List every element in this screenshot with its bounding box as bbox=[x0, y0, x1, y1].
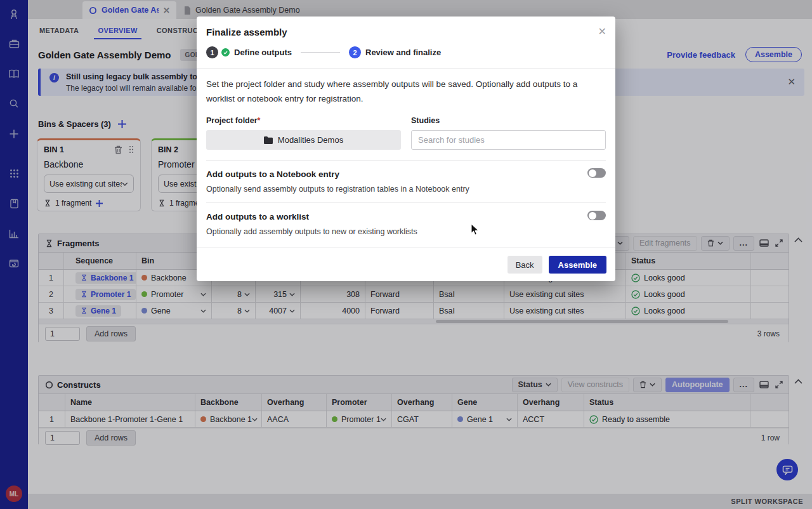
status-badge: Looks good bbox=[631, 290, 685, 299]
bin-cell[interactable]: Gene bbox=[136, 303, 212, 319]
constructs-status-filter[interactable]: Status bbox=[512, 378, 558, 392]
add-fragment-icon[interactable] bbox=[95, 199, 103, 208]
step-1-circle: 1 bbox=[206, 46, 218, 58]
bin-name: BIN 1 bbox=[44, 145, 64, 154]
delete-rows-button[interactable] bbox=[633, 378, 662, 392]
row-number: 1 bbox=[39, 270, 64, 286]
trash-icon bbox=[707, 239, 714, 247]
promoter-cell[interactable]: Promoter 1 bbox=[327, 411, 392, 427]
cut-sites-cell[interactable]: Use existing cut sites bbox=[504, 303, 626, 319]
add-bin-icon[interactable] bbox=[117, 119, 127, 129]
search-icon[interactable] bbox=[0, 94, 28, 113]
view-constructs-button[interactable]: View constructs bbox=[561, 378, 629, 392]
toolbox-icon[interactable] bbox=[0, 34, 28, 53]
tab-golden-gate-assembly[interactable]: Golden Gate Assembly Demo ✕ bbox=[82, 1, 176, 19]
more-options-button[interactable]: ... bbox=[733, 378, 754, 392]
mouse-cursor bbox=[471, 223, 480, 236]
sequence-cell[interactable]: Gene 1 bbox=[64, 303, 136, 319]
studies-search-input[interactable] bbox=[411, 130, 606, 150]
apps-grid-icon[interactable] bbox=[0, 164, 28, 183]
direction-cell[interactable]: Forward bbox=[365, 286, 434, 302]
user-avatar[interactable]: ML bbox=[6, 486, 22, 502]
direction-cell[interactable]: Forward bbox=[365, 303, 434, 319]
more-options-button[interactable]: ... bbox=[733, 236, 754, 251]
check-circle-icon bbox=[631, 290, 640, 299]
step-1-label: Define outputs bbox=[234, 48, 292, 57]
status-badge: Ready to assemble bbox=[589, 415, 670, 424]
help-chat-button[interactable] bbox=[776, 459, 798, 480]
step-2-label: Review and finalize bbox=[365, 48, 441, 57]
trash-icon bbox=[639, 381, 646, 388]
cut-sites-cell[interactable]: Use existing cut sites bbox=[504, 286, 626, 302]
registry-icon[interactable] bbox=[0, 254, 28, 273]
modal-close-icon[interactable]: ✕ bbox=[598, 25, 606, 37]
sequence-chip[interactable]: Backbone 1 bbox=[75, 272, 136, 284]
col-header-name: Name bbox=[65, 394, 195, 411]
provide-feedback-link[interactable]: Provide feedback bbox=[667, 50, 735, 60]
delete-rows-button[interactable] bbox=[701, 236, 730, 251]
sequence-cell[interactable]: Backbone 1 bbox=[64, 270, 136, 286]
empty-cell bbox=[751, 303, 789, 319]
check-circle-icon bbox=[589, 415, 598, 424]
tab-overview[interactable]: OVERVIEW bbox=[96, 20, 138, 41]
backbone-cell[interactable]: Backbone 1 bbox=[195, 411, 262, 427]
status-cell: Looks good bbox=[626, 303, 751, 319]
tab-metadata[interactable]: METADATA bbox=[38, 20, 80, 41]
length-cell: 4000 bbox=[301, 303, 365, 319]
dock-view-icon[interactable] bbox=[758, 379, 769, 390]
notebook-entry-toggle[interactable] bbox=[587, 168, 606, 178]
hourglass-icon bbox=[158, 199, 166, 207]
start-cell[interactable]: 8 bbox=[212, 303, 256, 319]
delete-bin-icon[interactable] bbox=[114, 145, 122, 154]
worklist-section: Add outputs to a worklist Optionally add… bbox=[206, 203, 606, 236]
cut-sites-dropdown[interactable]: Use existing cut sites bbox=[44, 175, 134, 193]
sequence-chip[interactable]: Promoter 1 bbox=[75, 289, 136, 300]
expand-panel-icon[interactable] bbox=[773, 237, 785, 249]
expand-panel-icon[interactable] bbox=[773, 379, 785, 390]
sequence-cell[interactable]: Promoter 1 bbox=[64, 286, 136, 302]
autopopulate-button[interactable]: Autopopulate bbox=[665, 378, 730, 392]
create-plus-icon[interactable] bbox=[0, 124, 28, 143]
collapse-fragments-button[interactable] bbox=[794, 237, 804, 248]
bin-color-dot bbox=[141, 308, 147, 314]
col-header-promoter: Promoter bbox=[327, 394, 392, 411]
chevron-down-icon bbox=[717, 241, 723, 245]
back-button[interactable]: Back bbox=[508, 256, 542, 274]
insights-chart-icon[interactable] bbox=[0, 224, 28, 243]
constructs-table-body: 1Backbone 1-Promoter 1-Gene 1Backbone 1A… bbox=[39, 411, 789, 428]
collapse-constructs-button[interactable] bbox=[794, 379, 804, 389]
horizontal-scrollbar[interactable] bbox=[39, 319, 789, 324]
col-header-status: Status bbox=[584, 394, 750, 411]
assemble-button[interactable]: Assemble bbox=[549, 256, 606, 274]
project-folder-picker[interactable]: Modalities Demos bbox=[206, 130, 401, 150]
edit-fragments-button[interactable]: Edit fragments bbox=[633, 236, 697, 251]
check-circle-icon bbox=[631, 307, 640, 315]
worklist-toggle[interactable] bbox=[587, 211, 606, 220]
name-cell[interactable]: Backbone 1-Promoter 1-Gene 1 bbox=[65, 411, 195, 427]
split-workspace-button[interactable]: SPLIT WORKSPACE bbox=[731, 498, 803, 505]
add-rows-count-input[interactable] bbox=[45, 431, 80, 445]
library-icon[interactable] bbox=[0, 64, 28, 83]
start-cell[interactable]: 8 bbox=[212, 286, 256, 302]
row-number: 3 bbox=[39, 303, 64, 319]
gene-cell[interactable]: Gene 1 bbox=[452, 411, 518, 427]
end-cell[interactable]: 4007 bbox=[256, 303, 301, 319]
drag-handle-icon[interactable] bbox=[129, 145, 134, 154]
close-tab-icon[interactable]: ✕ bbox=[163, 6, 170, 15]
notebook-icon[interactable] bbox=[0, 194, 28, 213]
hourglass-icon bbox=[45, 239, 53, 248]
add-rows-button[interactable]: Add rows bbox=[86, 326, 136, 341]
add-rows-button[interactable]: Add rows bbox=[86, 430, 136, 446]
banner-close-icon[interactable]: ✕ bbox=[787, 76, 796, 88]
sequence-chip[interactable]: Gene 1 bbox=[75, 305, 121, 317]
dock-view-icon[interactable] bbox=[758, 237, 769, 249]
bottom-statusbar: SPLIT WORKSPACE bbox=[28, 494, 812, 509]
chevron-down-icon bbox=[252, 418, 258, 421]
benchling-logo-icon[interactable] bbox=[0, 5, 28, 24]
assemble-button-top[interactable]: Assemble bbox=[745, 47, 802, 62]
col-header-overhang: Overhang bbox=[392, 394, 452, 411]
end-cell[interactable]: 315 bbox=[256, 286, 301, 302]
add-rows-count-input[interactable] bbox=[45, 327, 80, 341]
notebook-entry-desc: Optionally send assembly outputs to regi… bbox=[206, 185, 606, 194]
bin-cell[interactable]: Promoter bbox=[136, 286, 212, 302]
